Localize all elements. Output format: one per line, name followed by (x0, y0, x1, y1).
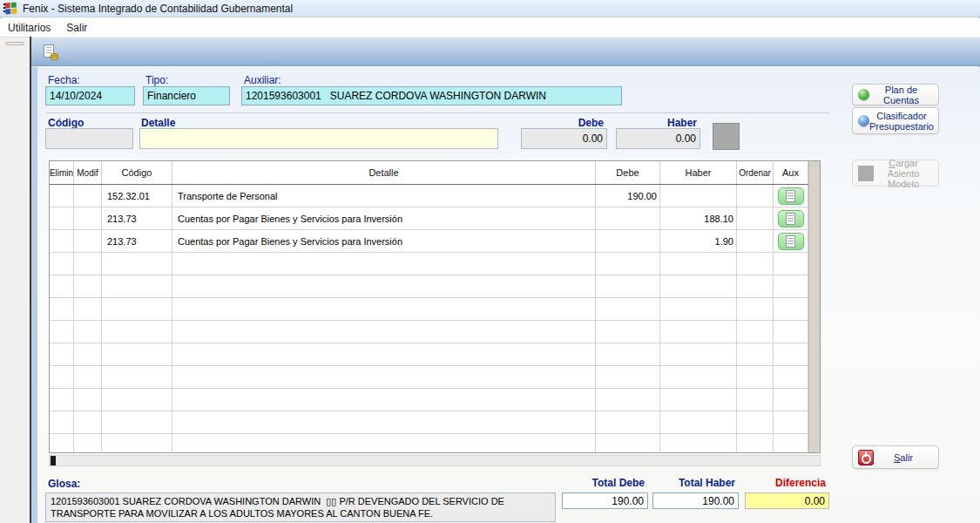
debe-input[interactable]: 0.00 (521, 128, 607, 149)
panel-edge (31, 67, 37, 523)
modif-cell (74, 389, 102, 411)
ordenar-cell (737, 253, 774, 275)
haber-cell (660, 366, 737, 389)
modif-cell (74, 298, 102, 321)
aux-cell (774, 343, 808, 366)
document-icon (786, 190, 795, 202)
ordenar-cell (737, 230, 774, 253)
document-icon (786, 235, 795, 248)
total-haber-field[interactable]: 190.00 (652, 492, 739, 509)
aux-cell (774, 411, 808, 434)
clasificador-label-line1: Clasificador (876, 111, 926, 121)
toolbar (31, 37, 980, 66)
elimin-cell (50, 366, 74, 389)
elimin-cell (50, 253, 74, 275)
salir-label: Salir (874, 452, 933, 463)
menu-item-salir[interactable]: Salir (58, 19, 95, 37)
menu-item-utilitarios[interactable]: Utilitarios (0, 19, 58, 37)
power-icon (858, 450, 874, 465)
modif-cell (74, 253, 102, 275)
haber-label: Haber (616, 117, 697, 129)
splitter-handle[interactable] (5, 42, 24, 45)
diferencia-field[interactable]: 0.00 (745, 492, 829, 509)
aux-button[interactable] (778, 187, 804, 205)
debe-cell (596, 389, 660, 411)
detalle-cell (172, 411, 596, 434)
elimin-cell (50, 343, 74, 366)
content-area: Fecha: 14/10/2024 Tipo: Financiero Auxil… (31, 67, 980, 523)
modif-cell (74, 275, 102, 298)
collapsed-side-panel (0, 37, 30, 523)
modif-cell[interactable] (74, 207, 102, 230)
total-haber-label: Total Haber (652, 477, 735, 489)
fecha-input[interactable]: 14/10/2024 (45, 86, 135, 105)
aux-cell (774, 230, 808, 253)
vertical-scrollbar[interactable] (808, 161, 820, 452)
grid-header-ordenar: Ordenar (737, 161, 774, 184)
debe-cell (596, 411, 660, 434)
salir-button[interactable]: Salir (852, 445, 939, 469)
scrollbar-thumb[interactable] (51, 456, 56, 465)
grid-header-haber: Haber (660, 161, 737, 184)
elimin-cell (50, 389, 74, 411)
detalle-cell: Transporte de Personal (172, 185, 596, 207)
codigo-cell: 152.32.01 (102, 185, 172, 207)
auxiliar-label: Auxiliar: (244, 74, 281, 86)
modif-cell (74, 343, 102, 366)
total-debe-field[interactable]: 190.00 (562, 492, 648, 509)
modif-cell (74, 321, 102, 343)
haber-cell (660, 389, 737, 411)
aux-cell (774, 321, 808, 343)
codigo-cell (102, 298, 172, 321)
elimin-cell[interactable] (50, 185, 74, 207)
aux-button[interactable] (778, 210, 804, 228)
window-title: Fenix - Sistema Integrado de Contabilida… (23, 3, 293, 15)
codigo-cell: 213.73 (102, 207, 172, 230)
ordenar-cell (737, 389, 774, 411)
elimin-cell (50, 434, 74, 453)
detalle-cell: Cuentas por Pagar Bienes y Servicios par… (172, 207, 596, 230)
debe-cell (596, 434, 660, 453)
glosa-textarea[interactable]: 1201593603001 SUAREZ CORDOVA WASHINGTON … (45, 492, 556, 522)
haber-input[interactable]: 0.00 (616, 128, 700, 149)
plan-de-cuentas-button[interactable]: Plan de Cuentas (852, 84, 939, 105)
ordenar-cell (737, 207, 774, 230)
detalle-input[interactable] (139, 128, 498, 149)
codigo-input[interactable] (45, 128, 133, 149)
debe-cell (596, 321, 660, 343)
auxiliar-input[interactable]: 1201593603001 SUAREZ CORDOVA WASHINGTON … (241, 86, 622, 105)
modif-cell (74, 366, 102, 389)
debe-cell (596, 343, 660, 366)
cargar-asiento-modelo-button: Cargar Asiento Modelo (852, 160, 939, 187)
windows-logo-icon (3, 2, 17, 15)
haber-cell (660, 185, 737, 207)
new-entry-button[interactable] (39, 41, 62, 64)
haber-cell (660, 275, 737, 298)
modif-cell[interactable] (74, 230, 102, 253)
table-row (50, 366, 808, 389)
aux-button[interactable] (778, 233, 804, 250)
modif-cell[interactable] (74, 185, 102, 207)
document-icon (786, 213, 795, 225)
menu-bar: Utilitarios Salir (0, 18, 980, 37)
haber-cell (660, 253, 737, 275)
grid-header-aux: Aux (774, 161, 808, 184)
elimin-cell[interactable] (50, 207, 74, 230)
debe-cell (596, 207, 660, 230)
tipo-input[interactable]: Financiero (143, 86, 230, 105)
ordenar-cell (737, 366, 774, 389)
codigo-cell (102, 343, 172, 366)
debe-label: Debe (521, 117, 604, 129)
horizontal-scrollbar[interactable] (49, 455, 821, 466)
haber-cell (660, 343, 737, 366)
clasificador-label-line2: Presupuestario (869, 121, 934, 132)
table-row (50, 434, 808, 453)
aux-cell (774, 185, 808, 207)
entry-action-button[interactable] (713, 123, 740, 150)
clasificador-presupuestario-button[interactable]: Clasificador Presupuestario (852, 107, 939, 134)
elimin-cell[interactable] (50, 230, 74, 253)
codigo-cell (102, 275, 172, 298)
table-row (50, 321, 808, 343)
table-row (50, 343, 808, 366)
ordenar-cell (737, 343, 774, 366)
